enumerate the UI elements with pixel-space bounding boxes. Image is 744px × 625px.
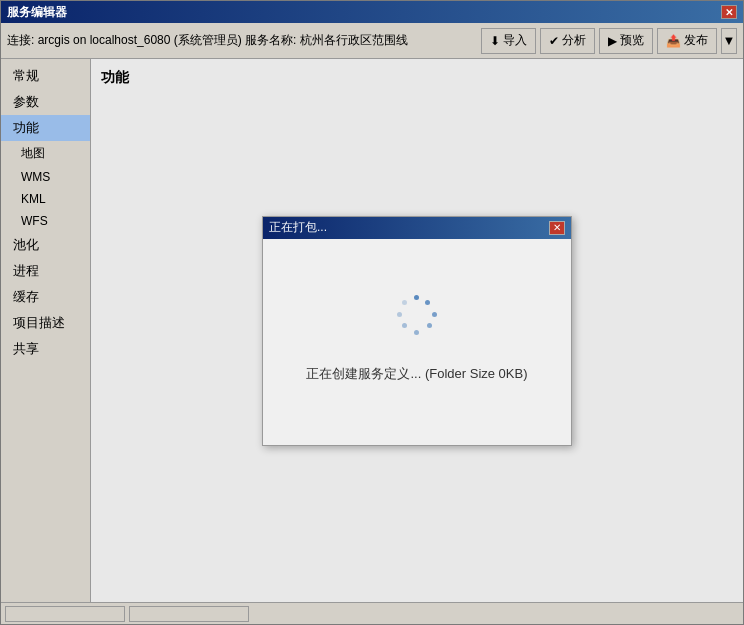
sidebar-item-share[interactable]: 共享 [1, 336, 90, 362]
main-content: 常规 参数 功能 地图 WMS KML WFS 池化 [1, 59, 743, 602]
sidebar-item-description[interactable]: 项目描述 [1, 310, 90, 336]
dialog-message: 正在创建服务定义... (Folder Size 0KB) [306, 365, 527, 383]
status-bar [1, 602, 743, 624]
spinner-dot-4 [427, 323, 432, 328]
import-icon: ⬇ [490, 34, 500, 48]
sidebar-item-wms[interactable]: WMS [1, 166, 90, 188]
spinner-dot-5 [414, 330, 419, 335]
spinner-dot-2 [425, 300, 430, 305]
loading-spinner [397, 295, 437, 335]
sidebar-item-process[interactable]: 进程 [1, 258, 90, 284]
preview-button[interactable]: ▶ 预览 [599, 28, 653, 54]
dialog-title-bar: 正在打包... ✕ [263, 217, 571, 239]
sidebar-item-wfs[interactable]: WFS [1, 210, 90, 232]
publish-button[interactable]: 📤 发布 [657, 28, 717, 54]
spinner-dot-1 [414, 295, 419, 300]
toolbar: 连接: arcgis on localhost_6080 (系统管理员) 服务名… [1, 23, 743, 59]
sidebar-item-params[interactable]: 参数 [1, 89, 90, 115]
toolbar-expand-button[interactable]: ▼ [721, 28, 737, 54]
status-panel-1 [5, 606, 125, 622]
analyze-button[interactable]: ✔ 分析 [540, 28, 595, 54]
spinner-dot-6 [402, 323, 407, 328]
dialog-close-button[interactable]: ✕ [549, 221, 565, 235]
title-bar: 服务编辑器 ✕ [1, 1, 743, 23]
sidebar-item-kml[interactable]: KML [1, 188, 90, 210]
content-area: 功能 正在打包... ✕ [91, 59, 743, 602]
dialog-title: 正在打包... [269, 219, 327, 236]
dialog-body: 正在创建服务定义... (Folder Size 0KB) [263, 239, 571, 439]
publish-icon: 📤 [666, 34, 681, 48]
sidebar-item-map[interactable]: 地图 [1, 141, 90, 166]
sidebar: 常规 参数 功能 地图 WMS KML WFS 池化 [1, 59, 91, 602]
sidebar-item-general[interactable]: 常规 [1, 63, 90, 89]
check-icon: ✔ [549, 34, 559, 48]
window-title: 服务编辑器 [7, 4, 67, 21]
sidebar-item-pool[interactable]: 池化 [1, 232, 90, 258]
spinner-dot-8 [402, 300, 407, 305]
preview-icon: ▶ [608, 34, 617, 48]
connection-info: 连接: arcgis on localhost_6080 (系统管理员) 服务名… [7, 32, 477, 49]
sidebar-item-cache[interactable]: 缓存 [1, 284, 90, 310]
status-panel-2 [129, 606, 249, 622]
window-close-button[interactable]: ✕ [721, 5, 737, 19]
dialog-overlay: 正在打包... ✕ [91, 59, 743, 602]
spinner-dot-7 [397, 312, 402, 317]
chevron-down-icon: ▼ [723, 33, 736, 48]
main-window: 服务编辑器 ✕ 连接: arcgis on localhost_6080 (系统… [0, 0, 744, 625]
spinner-dot-3 [432, 312, 437, 317]
sidebar-item-features[interactable]: 功能 [1, 115, 90, 141]
import-button[interactable]: ⬇ 导入 [481, 28, 536, 54]
packaging-dialog: 正在打包... ✕ [262, 216, 572, 446]
